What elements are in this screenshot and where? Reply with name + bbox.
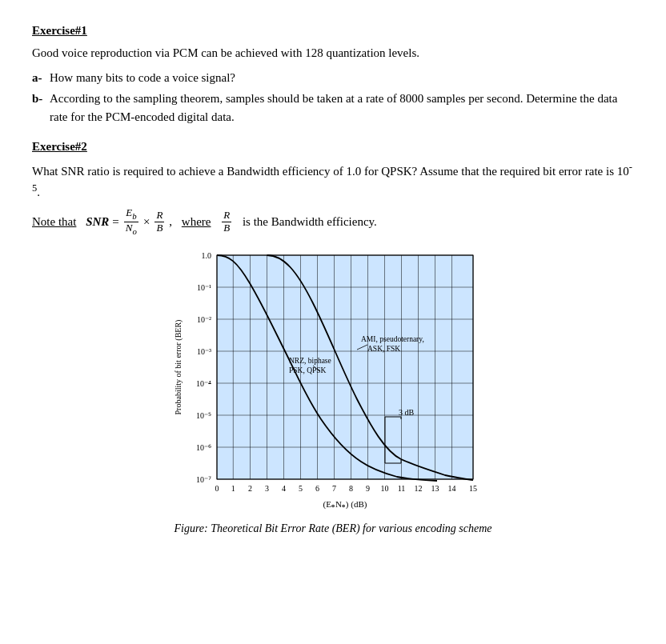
svg-text:10: 10 xyxy=(381,484,389,493)
svg-text:11: 11 xyxy=(398,484,406,493)
svg-text:12: 12 xyxy=(415,484,423,493)
svg-text:10⁻⁶: 10⁻⁶ xyxy=(196,443,211,452)
where-text: where xyxy=(182,211,211,233)
svg-text:0: 0 xyxy=(215,484,219,493)
snr-label: SNR xyxy=(86,211,109,233)
exercise1-part-a: a- How many bits to code a voice signal? xyxy=(32,69,634,87)
svg-text:7: 7 xyxy=(332,484,336,493)
svg-text:10⁻⁷: 10⁻⁷ xyxy=(196,475,211,484)
svg-text:PSK, QPSK: PSK, QPSK xyxy=(289,366,327,374)
n0-denominator: No xyxy=(124,222,138,237)
svg-text:8: 8 xyxy=(349,484,353,493)
svg-text:2: 2 xyxy=(248,484,252,493)
part-b-label: b- xyxy=(32,90,50,126)
ber-chart-svg: 1.0 10⁻¹ 10⁻² 10⁻³ 10⁻⁴ 10⁻⁵ 10⁻⁶ 10⁻⁷ 0… xyxy=(173,247,493,519)
svg-text:15: 15 xyxy=(469,484,477,493)
exp-minus5: -5 xyxy=(32,162,632,194)
fraction-eb-n0: Eb No xyxy=(124,207,138,236)
svg-text:5: 5 xyxy=(299,484,303,493)
svg-text:4: 4 xyxy=(282,484,286,493)
svg-text:10⁻³: 10⁻³ xyxy=(197,347,211,356)
part-a-text: How many bits to code a voice signal? xyxy=(50,69,634,87)
part-a-label: a- xyxy=(32,69,50,87)
svg-text:3 dB: 3 dB xyxy=(399,408,415,417)
chart-figure: 1.0 10⁻¹ 10⁻² 10⁻³ 10⁻⁴ 10⁻⁵ 10⁻⁶ 10⁻⁷ 0… xyxy=(32,247,634,535)
r-numerator: R xyxy=(154,210,164,222)
exercise2-intro: What SNR ratio is required to achieve a … xyxy=(32,160,634,201)
exercise1-intro: Good voice reproduction via PCM can be a… xyxy=(32,44,634,62)
svg-text:1: 1 xyxy=(231,484,235,493)
eb-numerator: Eb xyxy=(124,207,138,222)
b-den2: B xyxy=(222,222,231,234)
svg-text:Probability of bit error (BER): Probability of bit error (BER) xyxy=(174,320,183,415)
svg-text:10⁻⁵: 10⁻⁵ xyxy=(196,411,211,420)
svg-text:1.0: 1.0 xyxy=(202,251,212,260)
note-that: Note that xyxy=(32,211,76,233)
b-denominator: B xyxy=(154,222,164,234)
svg-text:10⁻⁴: 10⁻⁴ xyxy=(196,379,211,388)
exercise2-section: Exercise#2 What SNR ratio is required to… xyxy=(32,140,634,535)
svg-text:NRZ, biphase: NRZ, biphase xyxy=(289,357,331,365)
r-num2: R xyxy=(222,210,231,222)
svg-text:ASK, FSK: ASK, FSK xyxy=(367,345,400,353)
exercise2-title: Exercise#2 xyxy=(32,140,634,154)
svg-text:9: 9 xyxy=(366,484,370,493)
svg-text:3: 3 xyxy=(265,484,269,493)
svg-text:14: 14 xyxy=(448,484,456,493)
exercise1-part-b: b- According to the sampling theorem, sa… xyxy=(32,90,634,126)
exercise1-title: Exercise#1 xyxy=(32,24,634,38)
svg-text:(EₒNₒ) (dB): (EₒNₒ) (dB) xyxy=(323,499,367,510)
exercise1-section: Exercise#1 Good voice reproduction via P… xyxy=(32,24,634,126)
svg-text:13: 13 xyxy=(431,484,439,493)
svg-text:AMI, pseudoternary,: AMI, pseudoternary, xyxy=(361,335,424,343)
svg-text:10⁻¹: 10⁻¹ xyxy=(197,283,211,292)
equals-sign: = xyxy=(112,211,118,233)
part-b-text: According to the sampling theorem, sampl… xyxy=(50,90,634,126)
comma: , xyxy=(169,211,172,233)
svg-text:6: 6 xyxy=(315,484,319,493)
fraction-r-b: R B xyxy=(154,210,164,234)
svg-rect-0 xyxy=(217,255,473,479)
svg-text:10⁻²: 10⁻² xyxy=(197,315,211,324)
times-symbol: × xyxy=(143,211,150,233)
note-line: Note that SNR = Eb No × R B , where R B … xyxy=(32,207,634,236)
bandwidth-suffix: is the Bandwidth efficiency. xyxy=(243,211,377,233)
fraction-r-b-2: R B xyxy=(222,210,231,234)
chart-caption: Figure: Theoretical Bit Error Rate (BER)… xyxy=(32,522,634,535)
